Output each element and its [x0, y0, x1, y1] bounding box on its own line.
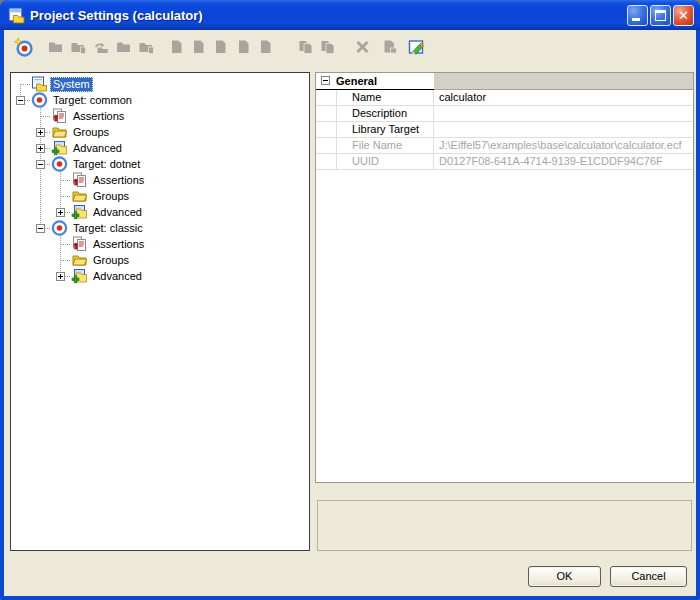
project-settings-window: Project Settings (calculator) ✕ SystemTa… — [0, 0, 700, 600]
delete-x-icon — [354, 39, 371, 55]
tree-item-label: Advanced — [70, 141, 125, 156]
toolbar — [4, 30, 696, 64]
folder-link-icon — [93, 39, 110, 55]
toolbar-button-11 — [254, 36, 276, 58]
dialog-client-area: SystemTarget: commonAssertionsGroupsAdva… — [4, 30, 696, 596]
property-value[interactable] — [434, 122, 693, 137]
collapse-minus-icon[interactable] — [36, 160, 45, 169]
property-value[interactable]: calculator — [434, 90, 693, 105]
collapse-minus-icon[interactable] — [36, 224, 45, 233]
settings-tree[interactable]: SystemTarget: commonAssertionsGroupsAdva… — [10, 72, 310, 551]
tree-connector — [51, 268, 71, 284]
titlebar: Project Settings (calculator) ✕ — [0, 0, 700, 30]
folder-doc-icon — [138, 39, 155, 55]
tree-item-assertions[interactable]: Assertions — [11, 108, 309, 124]
tree-item-target-common[interactable]: Target: common — [11, 92, 309, 108]
tree-indent — [11, 252, 31, 268]
property-label: Description — [337, 106, 434, 121]
tree-item-label: Groups — [90, 189, 132, 204]
edit-icon — [408, 39, 426, 56]
groups-icon — [51, 124, 70, 140]
assertions-icon — [71, 172, 90, 188]
expand-plus-icon[interactable] — [36, 144, 45, 153]
maximize-button[interactable] — [650, 5, 671, 26]
property-row-name: Namecalculator — [316, 90, 693, 106]
tree-item-target-dotnet[interactable]: Target: dotnet — [11, 156, 309, 172]
ok-button[interactable]: OK — [528, 566, 601, 587]
toolbar-button-4 — [90, 36, 112, 58]
property-label: Library Target — [337, 122, 434, 137]
tree-item-label: Assertions — [90, 237, 147, 252]
tree-connector — [31, 124, 51, 140]
section-collapse-expander[interactable] — [321, 76, 330, 85]
tree-indent — [31, 252, 51, 268]
tree-item-advanced[interactable]: Advanced — [11, 140, 309, 156]
property-grid: General NamecalculatorDescriptionLibrary… — [315, 72, 694, 483]
tree-item-assertions[interactable]: Assertions — [11, 172, 309, 188]
target-icon — [51, 220, 70, 236]
tree-item-label: Assertions — [90, 173, 147, 188]
property-value[interactable] — [434, 106, 693, 121]
close-button[interactable]: ✕ — [673, 5, 694, 26]
target-new-icon — [14, 38, 33, 57]
folder-icon — [47, 39, 64, 55]
tree-connector — [51, 236, 71, 252]
toolbar-button-9 — [209, 36, 231, 58]
tree-item-groups[interactable]: Groups — [11, 188, 309, 204]
tree-item-label: Advanced — [90, 205, 145, 220]
property-row-gutter — [316, 90, 337, 105]
advanced-icon — [71, 204, 90, 220]
doc-icon — [235, 39, 252, 55]
expand-plus-icon[interactable] — [36, 128, 45, 137]
tree-item-label: Target: classic — [70, 221, 146, 236]
tree-item-label: System — [50, 77, 93, 92]
tree-indent — [11, 220, 31, 236]
tree-item-groups[interactable]: Groups — [11, 124, 309, 140]
property-value: D0127F08-641A-4714-9139-E1CDDF94C76F — [434, 154, 693, 169]
tree-indent — [31, 172, 51, 188]
window-title: Project Settings (calculator) — [30, 8, 627, 23]
cancel-button[interactable]: Cancel — [610, 566, 687, 587]
tree-item-assertions[interactable]: Assertions — [11, 236, 309, 252]
expand-plus-icon[interactable] — [56, 208, 65, 217]
minimize-button[interactable] — [627, 5, 648, 26]
toolbar-button-15 — [378, 36, 400, 58]
tree-indent — [11, 188, 31, 204]
tree-item-groups[interactable]: Groups — [11, 252, 309, 268]
tree-item-advanced[interactable]: Advanced — [11, 204, 309, 220]
tree-connector — [31, 156, 51, 172]
collapse-minus-icon[interactable] — [16, 96, 25, 105]
toolbar-button-5 — [112, 36, 134, 58]
doc-pair-icon — [319, 39, 336, 55]
tree-item-label: Target: common — [50, 93, 135, 108]
groups-icon — [71, 188, 90, 204]
folder-doc-icon — [70, 39, 87, 55]
property-row-file-name: File NameJ:\Eiffel57\examples\base\calcu… — [316, 138, 693, 154]
remove-button — [351, 36, 373, 58]
tree-item-target-classic[interactable]: Target: classic — [11, 220, 309, 236]
doc-lock-icon — [381, 39, 398, 55]
toolbar-button-12 — [294, 36, 316, 58]
doc-icon — [257, 39, 274, 55]
assertions-icon — [51, 108, 70, 124]
tree-connector — [11, 92, 31, 108]
tree-indent — [11, 124, 31, 140]
doc-icon — [168, 39, 185, 55]
tree-indent — [11, 268, 31, 284]
folder-icon — [115, 39, 132, 55]
tree-item-system[interactable]: System — [11, 76, 309, 92]
expand-plus-icon[interactable] — [56, 272, 65, 281]
section-header-general: General — [316, 73, 693, 90]
tree-connector — [11, 76, 31, 92]
edit-file-button[interactable] — [406, 36, 428, 58]
toolbar-button-13 — [316, 36, 338, 58]
tree-item-label: Target: dotnet — [70, 157, 143, 172]
tree-indent — [31, 188, 51, 204]
property-row-gutter — [316, 122, 337, 137]
new-target-button[interactable] — [12, 36, 34, 58]
target-icon — [51, 156, 70, 172]
target-icon — [31, 92, 50, 108]
doc-icon — [212, 39, 229, 55]
tree-item-advanced[interactable]: Advanced — [11, 268, 309, 284]
toolbar-button-3 — [67, 36, 89, 58]
